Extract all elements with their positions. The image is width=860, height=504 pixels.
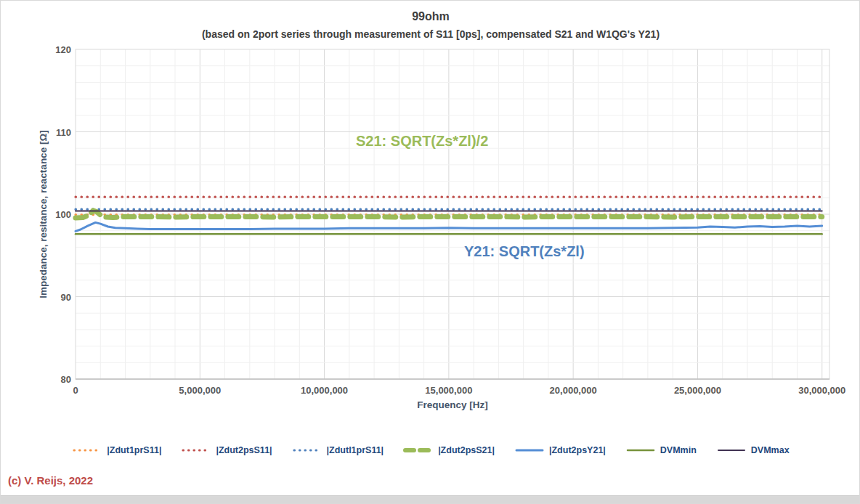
legend-swatch-icon	[292, 447, 322, 454]
x-axis-tick-label: 30,000,000	[782, 385, 860, 396]
chart-legend: |Zdut1prS11||Zdut2psS11||Zdutl1prS11||Zd…	[1, 439, 860, 461]
legend-item[interactable]: |Zdut2psS11|	[181, 445, 272, 455]
legend-item[interactable]: |Zdut1prS11|	[72, 445, 161, 455]
legend-swatch-icon	[72, 447, 102, 454]
x-axis-tick-label: 25,000,000	[657, 385, 737, 396]
x-axis-tick-label: 10,000,000	[285, 385, 365, 396]
legend-label: |Zdut2psS11|	[216, 445, 272, 455]
annotation-y21: Y21: SQRT(Zs*Zl)	[464, 243, 585, 260]
chart-plot-area	[1, 1, 860, 497]
chart-title: 99ohm	[1, 10, 860, 23]
y-axis-tick-label: 80	[46, 374, 71, 385]
bottom-strip	[1, 495, 860, 503]
legend-swatch-icon	[625, 447, 656, 454]
annotation-s21: S21: SQRT(Zs*Zl)/2	[356, 133, 488, 150]
legend-swatch-icon	[514, 447, 545, 454]
legend-label: DVMmin	[660, 445, 697, 455]
y-axis-tick-label: 110	[46, 126, 71, 137]
legend-label: |Zdut1prS11|	[107, 445, 161, 455]
y-axis-tick-label: 100	[46, 209, 71, 220]
legend-swatch-icon	[181, 447, 211, 454]
legend-label: DVMmax	[751, 445, 790, 455]
chart-window: 99ohm (based on 2port series through mea…	[0, 0, 860, 504]
copyright-text: (c) V. Reijs, 2022	[8, 474, 93, 487]
legend-label: |Zdut2psS21|	[438, 445, 495, 455]
y-axis-tick-label: 120	[46, 44, 71, 55]
y-axis-tick-label: 90	[46, 291, 71, 302]
chart-subtitle: (based on 2port series through measureme…	[1, 28, 860, 40]
legend-item[interactable]: |Zdutl1prS11|	[292, 445, 384, 455]
legend-swatch-icon	[403, 447, 434, 454]
x-axis-tick-label: 0	[36, 385, 115, 396]
legend-item[interactable]: DVMmin	[625, 445, 697, 455]
legend-item[interactable]: DVMmax	[716, 445, 790, 455]
legend-swatch-icon	[716, 447, 747, 454]
x-axis-tick-label: 20,000,000	[533, 385, 613, 396]
x-axis-tick-label: 5,000,000	[160, 385, 240, 396]
legend-item[interactable]: |Zdut2psS21|	[403, 445, 495, 455]
legend-label: |Zdut2psY21|	[549, 445, 606, 455]
legend-item[interactable]: |Zdut2psY21|	[514, 445, 606, 455]
x-axis-tick-label: 15,000,000	[409, 385, 489, 396]
x-axis-title: Frequency [Hz]	[271, 399, 634, 410]
legend-label: |Zdutl1prS11|	[327, 445, 384, 455]
